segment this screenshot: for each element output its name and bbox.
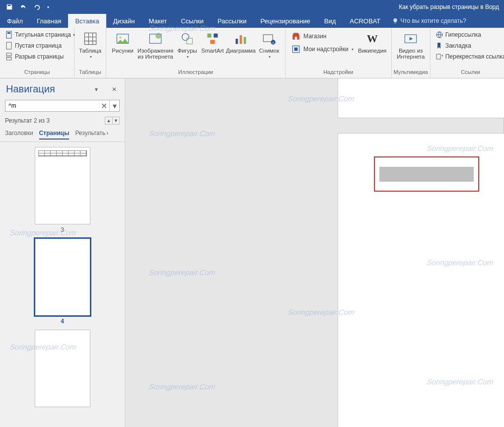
group-links: Гиперссылка Закладка Перекрестная ссылка…: [431, 28, 504, 78]
tab-references[interactable]: Ссылки: [174, 14, 211, 28]
nav-search-clear-button[interactable]: ✕: [99, 100, 109, 111]
cover-page-label: Титульная страница: [15, 31, 71, 38]
group-illustrations: Рисунки Изображенияиз Интернета Фигуры S…: [106, 28, 286, 78]
crossref-button[interactable]: Перекрестная ссылка: [433, 52, 504, 62]
nav-next-result-button[interactable]: ▼: [112, 117, 119, 124]
nav-tab-pages[interactable]: Страницы: [39, 130, 70, 140]
nav-search-options-button[interactable]: ▾: [109, 100, 119, 111]
nav-tab-headings[interactable]: Заголовки: [5, 130, 33, 140]
online-pictures-icon: [147, 31, 163, 47]
group-links-label: Ссылки: [431, 69, 504, 78]
pictures-label: Рисунки: [112, 48, 133, 54]
tab-layout[interactable]: Макет: [142, 14, 174, 28]
svg-rect-17: [244, 37, 246, 44]
hyperlink-button[interactable]: Гиперссылка: [433, 30, 504, 40]
page-break-highlight: [379, 167, 474, 182]
shapes-button[interactable]: Фигуры: [175, 30, 200, 59]
tab-review[interactable]: Рецензирование: [253, 14, 317, 28]
store-button[interactable]: Магазин: [288, 31, 357, 42]
group-pages-label: Страницы: [0, 69, 74, 78]
screenshot-label: Снимок: [259, 48, 279, 54]
screenshot-icon: +: [261, 31, 277, 47]
online-pictures-button[interactable]: Изображенияиз Интернета: [136, 30, 175, 60]
document-page[interactable]: [338, 133, 504, 427]
blank-page-label: Пустая страница: [15, 42, 62, 49]
chevron-down-icon: ▾: [352, 47, 354, 52]
customize-qat-button[interactable]: ▾: [45, 1, 52, 12]
store-icon: [291, 32, 300, 41]
nav-thumb[interactable]: 4: [35, 238, 90, 325]
save-button[interactable]: [3, 1, 16, 12]
chart-label: Диаграмма: [226, 48, 256, 54]
pictures-button[interactable]: Рисунки: [109, 30, 136, 54]
workspace: Навигация ▾ ✕ ✕ ▾ Результат 2 из 3 ▲ ▼ З…: [0, 78, 504, 427]
tab-file[interactable]: Файл: [0, 14, 30, 28]
redo-button[interactable]: [31, 1, 44, 12]
page-break-button[interactable]: Разрыв страницы: [3, 52, 77, 62]
bookmark-label: Закладка: [445, 42, 471, 49]
tab-design[interactable]: Дизайн: [106, 14, 142, 28]
hyperlink-icon: [435, 31, 443, 39]
shapes-icon: [179, 31, 195, 47]
blank-page-icon: [5, 42, 13, 50]
svg-rect-21: [295, 37, 297, 40]
screenshot-button[interactable]: + Снимок: [256, 30, 282, 59]
group-illustrations-label: Иллюстрации: [106, 69, 285, 78]
nav-thumb-number: 4: [61, 318, 64, 325]
save-icon: [6, 3, 13, 10]
mini-table-icon: [38, 150, 87, 156]
undo-icon: [20, 3, 27, 10]
store-label: Магазин: [303, 33, 326, 40]
redo-icon: [34, 3, 41, 10]
tab-mailings[interactable]: Рассылки: [211, 14, 253, 28]
title-bar: ▾ Как убрать разрыв страницы в Ворд: [0, 0, 504, 14]
svg-rect-2: [6, 42, 11, 49]
table-button[interactable]: Таблица: [77, 30, 103, 59]
smartart-label: SmartArt: [201, 48, 223, 54]
nav-prev-result-button[interactable]: ▲: [105, 117, 112, 124]
svg-rect-4: [6, 58, 11, 60]
svg-rect-11: [187, 38, 193, 44]
tab-insert[interactable]: Вставка: [68, 14, 106, 28]
page-break-selection[interactable]: [374, 156, 479, 192]
nav-tab-results[interactable]: Результать: [75, 130, 108, 140]
hyperlink-label: Гиперссылка: [445, 31, 481, 38]
nav-thumb-page: [35, 330, 90, 407]
nav-search: ✕ ▾: [5, 100, 120, 112]
online-video-button[interactable]: Видео изИнтернета: [395, 30, 427, 60]
svg-rect-23: [294, 48, 298, 51]
nav-thumb[interactable]: 3: [35, 147, 90, 233]
svg-point-7: [119, 36, 122, 39]
bookmark-button[interactable]: Закладка: [433, 41, 504, 51]
nav-close-button[interactable]: ✕: [110, 85, 119, 94]
smartart-icon: [205, 31, 220, 47]
tell-me-box[interactable]: Что вы хотите сделать?: [387, 14, 471, 28]
nav-thumb-page: [35, 147, 90, 224]
nav-thumb[interactable]: [35, 330, 90, 409]
smartart-button[interactable]: SmartArt: [200, 30, 225, 54]
document-area[interactable]: [125, 78, 504, 427]
page-break-label: Разрыв страницы: [15, 53, 64, 60]
tab-home[interactable]: Главная: [30, 14, 68, 28]
tab-acrobat[interactable]: ACROBAT: [343, 14, 387, 28]
blank-page-button[interactable]: Пустая страница: [3, 41, 77, 51]
quick-access-toolbar: ▾: [3, 1, 52, 12]
chevron-down-icon: ▾: [47, 5, 49, 9]
tab-view[interactable]: Вид: [317, 14, 343, 28]
my-addins-button[interactable]: Мои надстройки ▾: [288, 44, 357, 55]
chart-button[interactable]: Диаграмма: [225, 30, 256, 54]
svg-rect-14: [210, 40, 215, 44]
table-icon: [82, 31, 98, 47]
nav-options-button[interactable]: ▾: [92, 85, 101, 94]
crossref-icon: [435, 53, 443, 61]
document-page-prev[interactable]: [338, 78, 504, 118]
undo-button[interactable]: [17, 1, 30, 12]
wikipedia-button[interactable]: W Википедия: [357, 30, 388, 54]
window-title: Как убрать разрыв страницы в Ворд: [52, 3, 501, 10]
chart-icon: [233, 31, 249, 47]
ribbon-tabs: Файл Главная Вставка Дизайн Макет Ссылки…: [0, 14, 504, 28]
group-media: Видео изИнтернета Мультимедиа: [392, 28, 431, 78]
navigation-pane: Навигация ▾ ✕ ✕ ▾ Результат 2 из 3 ▲ ▼ З…: [0, 78, 125, 427]
cover-page-button[interactable]: Титульная страница ▾: [3, 30, 77, 40]
nav-header: Навигация ▾ ✕: [0, 78, 125, 98]
